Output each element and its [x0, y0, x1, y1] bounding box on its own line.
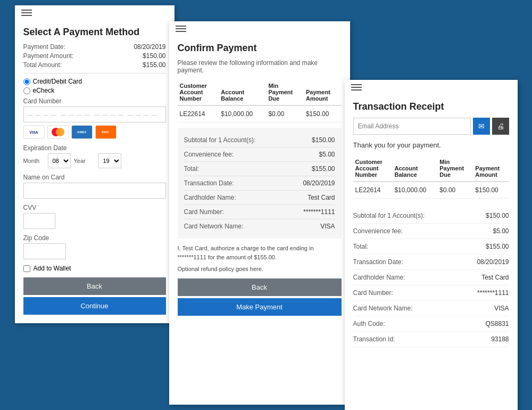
payment-amount-value: $150.00 — [143, 52, 165, 60]
rcpt-cardholder-value: Test Card — [481, 274, 509, 281]
rcpt-cell-account: LE22614 — [353, 182, 393, 199]
subtotal-row: Subtotal for 1 Account(s): $150.00 — [184, 133, 335, 147]
card-number-input[interactable] — [23, 106, 166, 122]
card-number-group: Card Number VISA AMEX DISC — [23, 97, 166, 139]
year-label: Year — [74, 158, 95, 164]
wallet-row: Add to Wallet — [23, 265, 166, 272]
expiry-group: Expiration Date Month 08 Year 19 — [23, 144, 166, 168]
rcpt-subtotal-label: Subtotal for 1 Account(s): — [353, 212, 425, 219]
txn-date-value: 08/20/2019 — [303, 179, 335, 187]
radio-credit-card-input[interactable] — [23, 78, 30, 85]
rcpt-auth-label: Auth Code: — [353, 320, 385, 327]
auth-text: I, Test Card, authorize a charge to the … — [178, 244, 342, 261]
radio-echeck-input[interactable] — [23, 87, 30, 94]
rcpt-network-label: Card Network Name: — [353, 305, 413, 312]
continue-button[interactable]: Continue — [23, 297, 166, 315]
cell-balance: $10,000.00 — [219, 105, 266, 122]
confirm-table: CustomerAccountNumber AccountBalance Min… — [178, 79, 342, 122]
cvv-label: CVV — [23, 204, 166, 211]
name-input[interactable] — [23, 183, 166, 199]
card-network-label: Card Network Name: — [184, 223, 244, 230]
rcpt-col-amount: PaymentAmount — [473, 155, 509, 182]
zip-input[interactable] — [23, 243, 66, 259]
fee-label: Convenience fee: — [184, 151, 234, 158]
summary-section: Subtotal for 1 Account(s): $150.00 Conve… — [178, 128, 342, 239]
svg-point-1 — [56, 128, 64, 136]
wallet-checkbox[interactable] — [23, 265, 30, 272]
hamburger-icon-3[interactable] — [351, 84, 362, 91]
visa-icon: VISA — [23, 125, 45, 139]
divider — [23, 73, 166, 73]
panel3-header — [345, 80, 518, 95]
payment-method-group: Credit/Debit Card eCheck — [23, 78, 166, 94]
rcpt-fee-row: Convenience fee: $5.00 — [353, 224, 509, 239]
card-num-label: Card Number: — [184, 208, 224, 216]
cvv-input[interactable] — [23, 213, 55, 229]
panel3-title: Transaction Receipt — [353, 101, 509, 112]
discover-icon: DISC — [95, 125, 117, 139]
col-header-balance: AccountBalance — [219, 79, 266, 105]
radio-echeck[interactable]: eCheck — [23, 87, 166, 94]
total-amount-row: Total Amount: $155.00 — [23, 61, 166, 69]
print-button[interactable]: 🖨 — [492, 118, 509, 135]
txn-date-label: Transaction Date: — [184, 179, 234, 187]
cell-amount: $150.00 — [304, 105, 342, 122]
mastercard-icon — [47, 125, 69, 139]
wallet-label: Add to Wallet — [34, 265, 71, 272]
year-select[interactable]: 19 — [98, 153, 121, 168]
panel2-title: Confirm Payment — [178, 43, 342, 54]
rcpt-cardholder-row: Cardholder Name: Test Card — [353, 270, 509, 285]
total-amount-label: Total Amount: — [23, 61, 62, 69]
panel2-subtitle: Please review the following information … — [178, 59, 342, 74]
month-select[interactable]: 08 — [48, 153, 71, 168]
hamburger-icon[interactable] — [21, 10, 32, 16]
email-send-button[interactable]: ✉ — [473, 118, 490, 135]
payment-date-label: Payment Date: — [23, 43, 65, 51]
email-input[interactable] — [353, 118, 471, 135]
rcpt-fee-value: $5.00 — [493, 227, 509, 235]
radio-credit-card[interactable]: Credit/Debit Card — [23, 78, 166, 85]
rcpt-txnid-value: 93188 — [491, 335, 509, 343]
rcpt-auth-value: QS8831 — [485, 320, 509, 327]
rcpt-cardnum-value: *******1111 — [477, 289, 509, 297]
rcpt-col-min: MinPaymentDue — [437, 155, 473, 182]
card-num-value: *******1111 — [303, 208, 335, 216]
card-num-row: Card Number: *******1111 — [184, 205, 335, 219]
make-payment-button[interactable]: Make Payment — [178, 298, 342, 316]
cardholder-label: Cardholder Name: — [184, 194, 236, 201]
payment-amount-row: Payment Amount: $150.00 — [23, 52, 166, 60]
rcpt-total-value: $155.00 — [486, 243, 509, 250]
rcpt-txnid-label: Transaction Id: — [353, 335, 395, 343]
zip-group: Zip Code — [23, 234, 166, 259]
back-button[interactable]: Back — [23, 277, 166, 295]
payment-date-row: Payment Date: 08/20/2019 — [23, 43, 166, 51]
month-label: Month — [23, 158, 45, 164]
rcpt-date-value: 08/20/2019 — [477, 258, 509, 266]
name-label: Name on Card — [23, 174, 166, 181]
refund-text: Optional refund policy goes here. — [178, 266, 342, 272]
cell-min: $0.00 — [266, 105, 304, 122]
radio-credit-card-label: Credit/Debit Card — [33, 78, 82, 85]
amex-icon: AMEX — [71, 125, 93, 139]
cell-account: LE22614 — [178, 105, 219, 122]
rcpt-cell-amount: $150.00 — [473, 182, 509, 199]
payment-date-value: 08/20/2019 — [134, 43, 165, 51]
rcpt-cell-balance: $10,000.00 — [392, 182, 437, 199]
col-header-min: MinPaymentDue — [266, 79, 304, 105]
fee-value: $5.00 — [319, 151, 335, 158]
back-button-2[interactable]: Back — [178, 278, 342, 296]
total-amount-value: $155.00 — [143, 61, 165, 69]
radio-echeck-label: eCheck — [33, 87, 55, 94]
subtotal-value: $150.00 — [312, 136, 335, 144]
rcpt-cardnum-row: Card Number: *******1111 — [353, 285, 509, 301]
hamburger-icon-2[interactable] — [176, 26, 186, 32]
rcpt-subtotal-value: $150.00 — [486, 212, 509, 219]
card-icons: VISA AMEX DISC — [23, 125, 166, 139]
receipt-summary: Subtotal for 1 Account(s): $150.00 Conve… — [353, 204, 509, 351]
rcpt-col-account: CustomerAccountNumber — [353, 155, 393, 182]
panel1-title: Select A Payment Method — [23, 27, 166, 38]
card-number-label: Card Number — [23, 97, 166, 105]
col-header-account: CustomerAccountNumber — [178, 79, 219, 105]
cvv-group: CVV — [23, 204, 166, 229]
table-row: LE22614 $10,000.00 $0.00 $150.00 — [353, 182, 509, 199]
